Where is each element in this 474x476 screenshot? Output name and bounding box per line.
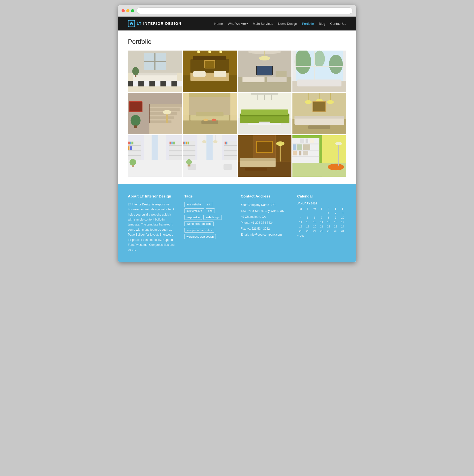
tag-item[interactable]: any website: [184, 202, 203, 207]
calendar-day[interactable]: 12: [304, 220, 311, 224]
tag-item[interactable]: responsive: [184, 215, 202, 220]
calendar-day[interactable]: 3: [339, 211, 346, 215]
portfolio-item-2[interactable]: [183, 51, 237, 92]
nav-who-we-are[interactable]: Who We Are ▾: [228, 22, 248, 26]
overlay-4: [292, 51, 346, 92]
nav-contact-us[interactable]: Contact Us: [330, 22, 346, 26]
logo-lt: LT: [137, 22, 142, 26]
calendar-week-row: 45678910: [297, 215, 346, 220]
browser-chrome: [118, 5, 356, 17]
calendar-day[interactable]: 18: [297, 224, 304, 229]
overlay-8: [292, 93, 346, 134]
calendar-day[interactable]: 26: [304, 229, 311, 233]
footer-contact: Contact Address Your Company Name JSC 13…: [241, 194, 290, 252]
nav-home[interactable]: Home: [214, 22, 223, 26]
calendar-title: Calendar: [297, 194, 346, 198]
calendar-day[interactable]: 25: [297, 229, 304, 233]
overlay-2: [183, 51, 237, 92]
tag-item[interactable]: art: [205, 202, 212, 207]
close-button[interactable]: [122, 9, 125, 12]
calendar-day[interactable]: 31: [339, 229, 346, 233]
portfolio-item-7[interactable]: [238, 93, 291, 134]
tag-item[interactable]: wordpress templates: [184, 228, 214, 233]
calendar-day[interactable]: 14: [318, 220, 325, 224]
calendar-day[interactable]: 2: [332, 211, 339, 215]
nav-news-design[interactable]: News Design: [278, 22, 297, 26]
calendar-day[interactable]: 20: [311, 224, 318, 229]
overlay-11: [238, 135, 291, 177]
calendar-day[interactable]: 10: [339, 215, 346, 220]
calendar-table: MTWTFSS 12345678910111213141516171819202…: [297, 206, 346, 233]
portfolio-item-9[interactable]: [128, 135, 182, 177]
calendar-header-cell: M: [297, 206, 304, 211]
calendar-header-cell: S: [339, 206, 346, 211]
calendar-day[interactable]: 30: [332, 229, 339, 233]
calendar-day[interactable]: 4: [297, 215, 304, 220]
portfolio-item-8[interactable]: [292, 93, 346, 134]
portfolio-item-11[interactable]: [238, 135, 291, 177]
calendar-month: JANUARY 2016: [297, 202, 346, 205]
calendar-day[interactable]: 19: [304, 224, 311, 229]
address-bar[interactable]: [137, 7, 353, 14]
nav-blog[interactable]: Blog: [319, 22, 325, 26]
calendar-day[interactable]: 1: [325, 211, 332, 215]
contact-email: Email: info@yourcompany.com: [241, 232, 290, 238]
footer-tags-title: Tags: [184, 194, 233, 198]
footer-tags: Tags any websiteartlats templatephprespo…: [184, 194, 233, 252]
portfolio-item-6[interactable]: [183, 93, 237, 134]
calendar-day[interactable]: 16: [332, 220, 339, 224]
maximize-button[interactable]: [131, 9, 134, 12]
main-nav: Home Who We Are ▾ Main Services News Des…: [214, 22, 346, 26]
portfolio-item-1[interactable]: [128, 51, 182, 92]
tag-item[interactable]: Wordpress Template: [184, 221, 214, 226]
calendar-day[interactable]: 13: [311, 220, 318, 224]
portfolio-item-3[interactable]: [238, 51, 291, 92]
calendar-day[interactable]: 7: [318, 215, 325, 220]
calendar-header-row: MTWTFSS: [297, 206, 346, 211]
home-icon: [129, 21, 134, 26]
calendar-day[interactable]: 29: [325, 229, 332, 233]
site-header: LT INTERIOR DESIGN Home Who We Are ▾ Mai…: [118, 17, 356, 30]
footer-calendar: Calendar JANUARY 2016 MTWTFSS 1234567891…: [297, 194, 346, 252]
calendar-day[interactable]: 9: [332, 215, 339, 220]
calendar-header-cell: S: [332, 206, 339, 211]
calendar-header-cell: W: [311, 206, 318, 211]
contact-company: Your Company Name JSC: [241, 202, 290, 208]
calendar-day[interactable]: 23: [332, 224, 339, 229]
calendar-day[interactable]: 28: [318, 229, 325, 233]
calendar-day[interactable]: 6: [311, 215, 318, 220]
calendar-day[interactable]: 27: [311, 229, 318, 233]
calendar-header-cell: T: [318, 206, 325, 211]
calendar-day[interactable]: 5: [304, 215, 311, 220]
calendar-day[interactable]: 22: [325, 224, 332, 229]
logo-icon: [128, 20, 135, 27]
calendar-day[interactable]: 15: [325, 220, 332, 224]
logo[interactable]: LT INTERIOR DESIGN: [128, 20, 182, 27]
calendar-day[interactable]: 17: [339, 220, 346, 224]
site-wrapper: LT INTERIOR DESIGN Home Who We Are ▾ Mai…: [118, 17, 356, 262]
tag-item[interactable]: wordpress web design: [184, 234, 216, 239]
portfolio-item-4[interactable]: [292, 51, 346, 92]
calendar-day[interactable]: 24: [339, 224, 346, 229]
calendar-day[interactable]: 11: [297, 220, 304, 224]
calendar-day: [311, 211, 318, 215]
calendar-header-cell: F: [325, 206, 332, 211]
tag-item[interactable]: php: [206, 208, 215, 213]
chevron-down-icon: ▾: [247, 22, 248, 25]
tag-item[interactable]: web design: [203, 215, 222, 220]
calendar-week-row: 18192021222324: [297, 224, 346, 229]
nav-portfolio[interactable]: Portfolio: [302, 22, 314, 26]
portfolio-item-12[interactable]: [292, 135, 346, 177]
calendar-day[interactable]: 21: [318, 224, 325, 229]
nav-main-services[interactable]: Main Services: [253, 22, 273, 26]
portfolio-item-10[interactable]: [183, 135, 237, 177]
minimize-button[interactable]: [126, 9, 129, 12]
portfolio-item-5[interactable]: [128, 93, 182, 134]
calendar-day[interactable]: 8: [325, 215, 332, 220]
overlay-7: [238, 93, 291, 134]
overlay-1: [128, 51, 182, 92]
footer-about-text: LT Interior Design is responsive busines…: [128, 202, 177, 252]
tag-item[interactable]: lats template: [184, 208, 204, 213]
footer-about: About LT Interior Design LT Interior Des…: [128, 194, 177, 252]
calendar-prev[interactable]: « Dec: [297, 234, 346, 237]
